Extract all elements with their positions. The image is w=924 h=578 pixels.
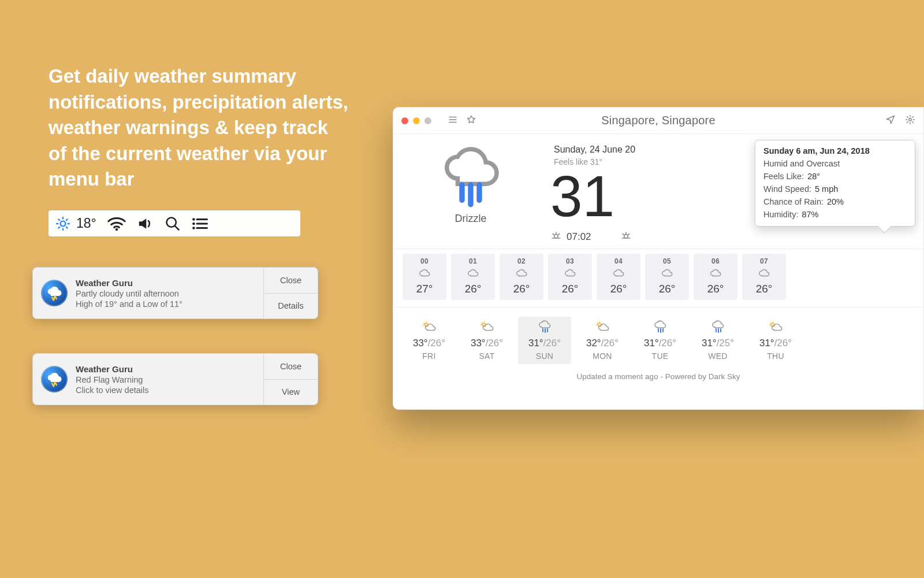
notification-line: Partly cloudy until afternoon <box>76 289 255 298</box>
sunset-icon <box>620 229 632 244</box>
svg-line-7 <box>58 227 59 228</box>
locate-icon[interactable] <box>885 114 896 127</box>
menubar-preview: 18° <box>49 210 300 236</box>
minimize-window-icon[interactable] <box>413 117 420 124</box>
hour-temp: 26° <box>451 283 495 295</box>
close-window-icon[interactable] <box>401 117 408 124</box>
menu-icon[interactable] <box>448 114 458 127</box>
day-name: MON <box>576 351 629 361</box>
day-temp: 32°/26° <box>576 338 629 349</box>
day-name: THU <box>749 351 802 361</box>
star-icon[interactable] <box>466 114 476 127</box>
hour-label: 06 <box>694 257 737 265</box>
day-temp: 31°/25° <box>691 338 744 349</box>
hero-headline: Get daily weather summary notifications,… <box>49 64 349 192</box>
rain-icon <box>711 320 725 333</box>
svg-point-21 <box>909 118 912 121</box>
rain-icon <box>538 320 552 333</box>
zoom-window-icon[interactable] <box>424 117 431 124</box>
footer-label: Updated a moment ago - Powered by Dark S… <box>393 372 923 381</box>
sunrise-icon <box>550 229 562 244</box>
tooltip-feels-label: Feels Like: <box>763 172 804 181</box>
hourly-forecast[interactable]: 0027°0126°0226°0326°0426°0526°0626°0726° <box>393 249 923 307</box>
hour-temp: 26° <box>548 283 592 295</box>
day-card[interactable]: 31°/26°THU <box>749 317 802 364</box>
cloud-icon <box>564 268 576 278</box>
hour-temp: 26° <box>694 283 737 295</box>
cloud-icon <box>515 268 528 278</box>
day-name: TUE <box>634 351 687 361</box>
condition-label: Drizzle <box>413 213 528 225</box>
hour-label: 00 <box>403 257 446 265</box>
tooltip-summary: Humid and Overcast <box>763 159 907 168</box>
day-name: SUN <box>518 351 571 361</box>
notification-alert: Weather Guru Red Flag Warning Click to v… <box>32 353 318 405</box>
day-card[interactable]: 31°/26°TUE <box>634 317 687 364</box>
notification-title: Weather Guru <box>76 364 255 374</box>
tooltip-humidity-value: 87% <box>802 210 818 219</box>
day-card[interactable]: 31°/26°SUN <box>518 317 571 364</box>
cloud-icon <box>612 268 625 278</box>
day-name: WED <box>691 351 744 361</box>
hour-card[interactable]: 0626° <box>694 254 737 300</box>
window-controls[interactable] <box>401 117 431 124</box>
notification-line: High of 19° and a Low of 11° <box>76 299 255 309</box>
sun-icon <box>55 216 70 231</box>
current-temp: 31 <box>550 169 614 224</box>
details-button[interactable]: Details <box>264 293 318 319</box>
hour-card[interactable]: 0726° <box>742 254 786 300</box>
hour-card[interactable]: 0326° <box>548 254 592 300</box>
svg-line-34 <box>628 234 629 235</box>
hour-card[interactable]: 0526° <box>645 254 689 300</box>
hour-label: 01 <box>451 257 495 265</box>
close-button[interactable]: Close <box>264 354 318 379</box>
day-card[interactable]: 33°/26°FRI <box>403 317 456 364</box>
close-button[interactable]: Close <box>264 268 318 293</box>
hour-card[interactable]: 0426° <box>597 254 640 300</box>
svg-point-30 <box>624 234 628 238</box>
svg-point-0 <box>61 221 66 226</box>
tooltip-feels-value: 28° <box>807 172 820 181</box>
svg-line-33 <box>623 234 624 235</box>
svg-line-6 <box>66 227 68 228</box>
view-button[interactable]: View <box>264 379 318 405</box>
notification-line: Click to view details <box>76 386 255 395</box>
hour-label: 04 <box>597 257 640 265</box>
tooltip-title: Sunday 6 am, Jun 24, 2018 <box>763 146 907 155</box>
daily-forecast[interactable]: 33°/26°FRI33°/26°SAT31°/26°SUN32°/26°MON… <box>393 307 923 368</box>
day-card[interactable]: 31°/25°WED <box>691 317 744 364</box>
date-label: Sunday, 24 June 20 <box>554 144 635 155</box>
day-card[interactable]: 32°/26°MON <box>576 317 629 364</box>
day-temp: 31°/26° <box>749 338 802 349</box>
day-name: SAT <box>460 351 513 361</box>
svg-line-5 <box>58 219 59 220</box>
day-temp: 31°/26° <box>518 338 571 349</box>
hour-label: 03 <box>548 257 592 265</box>
svg-line-11 <box>175 226 178 229</box>
hour-card[interactable]: 0027° <box>403 254 446 300</box>
day-temp: 33°/26° <box>460 338 513 349</box>
svg-point-25 <box>554 234 558 238</box>
svg-line-8 <box>66 219 68 220</box>
svg-line-28 <box>553 234 554 235</box>
hour-card[interactable]: 0226° <box>500 254 543 300</box>
app-icon <box>41 280 68 306</box>
sunrise-time: 07:02 <box>567 231 591 243</box>
hour-temp: 26° <box>742 283 786 295</box>
cloud-icon <box>467 268 479 278</box>
hour-tooltip: Sunday 6 am, Jun 24, 2018 Humid and Over… <box>755 140 915 227</box>
search-icon <box>165 216 181 232</box>
list-icon <box>191 215 208 232</box>
hour-label: 02 <box>500 257 543 265</box>
wifi-icon <box>107 216 126 231</box>
hour-label: 05 <box>645 257 689 265</box>
hour-card[interactable]: 0126° <box>451 254 495 300</box>
gear-icon[interactable] <box>905 114 915 127</box>
day-temp: 31°/26° <box>634 338 687 349</box>
notification-summary: Weather Guru Partly cloudy until afterno… <box>32 267 318 319</box>
menubar-temp: 18° <box>76 216 96 231</box>
svg-point-9 <box>116 228 118 231</box>
cloud-icon <box>418 268 431 278</box>
day-card[interactable]: 33°/26°SAT <box>460 317 513 364</box>
hour-temp: 27° <box>403 283 446 295</box>
